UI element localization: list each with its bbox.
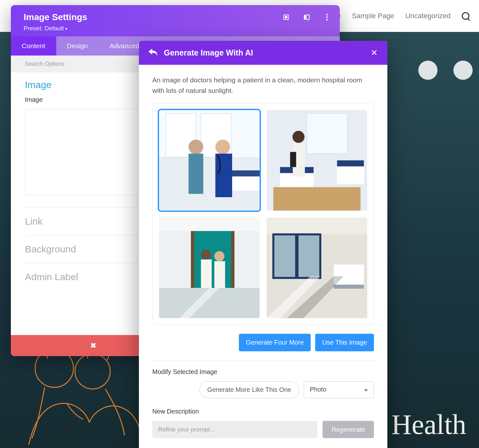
- expand-icon[interactable]: [282, 13, 290, 21]
- svg-point-36: [214, 251, 224, 261]
- svg-rect-31: [231, 231, 235, 288]
- ai-results-grid: [152, 103, 374, 325]
- chevron-down-icon: ▾: [65, 26, 67, 31]
- new-description-label: New Description: [152, 408, 374, 415]
- svg-rect-4: [304, 15, 306, 20]
- style-select[interactable]: Photo: [304, 381, 374, 398]
- svg-rect-3: [285, 16, 287, 18]
- svg-rect-39: [267, 218, 367, 235]
- more-menu-icon[interactable]: [323, 13, 331, 21]
- ai-result-thumb[interactable]: [267, 110, 367, 211]
- tab-design[interactable]: Design: [56, 36, 99, 56]
- preset-selector[interactable]: Preset: Default▾: [24, 25, 331, 32]
- svg-rect-42: [295, 235, 299, 278]
- refine-prompt-input[interactable]: [152, 421, 317, 438]
- columns-icon[interactable]: [303, 13, 310, 21]
- ai-prompt-text: An image of doctors helping a patient in…: [152, 75, 374, 96]
- svg-rect-37: [214, 261, 225, 288]
- ai-modal-title: Generate Image With AI: [164, 48, 253, 57]
- modify-actions: Generate More Like This One Photo: [152, 381, 374, 398]
- svg-rect-26: [290, 152, 296, 167]
- close-icon: ✖: [90, 341, 96, 350]
- svg-point-1: [75, 354, 110, 389]
- svg-point-34: [201, 250, 211, 260]
- site-search-icon[interactable]: [462, 12, 469, 20]
- tab-content[interactable]: Content: [11, 36, 56, 56]
- ai-primary-actions: Generate Four More Use This Image: [152, 334, 374, 361]
- svg-rect-20: [337, 161, 364, 167]
- hero-circle[interactable]: [418, 61, 437, 80]
- svg-point-6: [326, 14, 328, 16]
- close-icon[interactable]: ✕: [371, 48, 378, 58]
- svg-point-24: [293, 131, 305, 143]
- preset-label: Preset: Default: [24, 25, 64, 32]
- use-this-image-button[interactable]: Use This Image: [315, 334, 374, 351]
- generate-four-more-button[interactable]: Generate Four More: [239, 334, 311, 351]
- nav-link-sample-page[interactable]: Sample Page: [352, 12, 394, 20]
- svg-point-8: [326, 19, 328, 21]
- svg-point-7: [326, 17, 328, 18]
- refine-row: Regenerate: [152, 421, 374, 438]
- svg-rect-30: [191, 231, 194, 288]
- svg-point-16: [215, 139, 230, 154]
- modify-selected-label: Modify Selected Image: [152, 368, 374, 376]
- regenerate-button[interactable]: Regenerate: [323, 421, 374, 438]
- svg-point-15: [188, 139, 203, 154]
- back-icon[interactable]: [148, 49, 157, 57]
- ai-result-thumb[interactable]: [267, 218, 367, 318]
- generate-more-like-this-button[interactable]: Generate More Like This One: [199, 381, 299, 398]
- hero-circle[interactable]: [453, 61, 473, 80]
- svg-rect-18: [307, 114, 347, 154]
- settings-title: Image Settings: [24, 12, 87, 22]
- ai-modal-body: An image of doctors helping a patient in…: [139, 65, 387, 448]
- svg-rect-28: [159, 218, 260, 231]
- ai-result-thumb[interactable]: [159, 218, 260, 318]
- ai-result-thumb[interactable]: [159, 110, 260, 211]
- settings-header: Image Settings Preset: Default▾: [11, 5, 340, 36]
- svg-rect-29: [193, 231, 233, 288]
- svg-rect-14: [231, 170, 260, 176]
- hero-circle-buttons: [418, 61, 473, 80]
- svg-rect-44: [334, 285, 364, 289]
- svg-rect-35: [201, 259, 212, 288]
- hero-title-fragment: i Health: [376, 408, 466, 441]
- generate-image-ai-modal: Generate Image With AI ✕ An image of doc…: [139, 41, 387, 448]
- svg-rect-5: [306, 15, 309, 20]
- ai-modal-header: Generate Image With AI ✕: [139, 41, 387, 65]
- nav-link-uncategorized[interactable]: Uncategorized: [405, 12, 451, 20]
- svg-rect-23: [273, 187, 361, 211]
